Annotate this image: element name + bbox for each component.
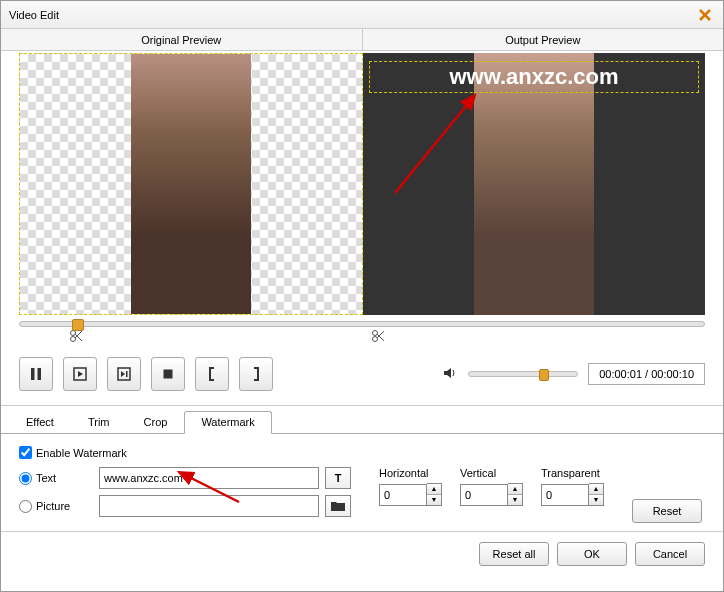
transparent-input[interactable] [541, 484, 589, 506]
bracket-left-icon [203, 365, 221, 383]
volume-thumb[interactable] [539, 369, 549, 381]
playback-controls: 00:00:01 / 00:00:10 [1, 347, 723, 406]
original-preview-header: Original Preview [1, 29, 363, 50]
svg-rect-5 [31, 368, 35, 380]
enable-watermark-label: Enable Watermark [36, 447, 127, 459]
reset-button[interactable]: Reset [632, 499, 702, 523]
watermark-panel: Enable Watermark Text T Picture Ho [1, 434, 723, 532]
transparent-spinner[interactable]: ▲▼ [541, 483, 604, 506]
watermark-overlay[interactable]: www.anxzc.com [369, 61, 699, 93]
horizontal-down[interactable]: ▼ [427, 495, 441, 506]
titlebar: Video Edit [1, 1, 723, 29]
output-preview[interactable]: www.anxzc.com [363, 53, 705, 315]
volume-icon[interactable] [442, 365, 458, 383]
text-format-icon: T [335, 472, 342, 484]
text-radio[interactable] [19, 472, 32, 485]
time-display: 00:00:01 / 00:00:10 [588, 363, 705, 385]
horizontal-up[interactable]: ▲ [427, 484, 441, 495]
vertical-label: Vertical [460, 467, 523, 479]
cut-start-icon[interactable] [69, 329, 83, 345]
stop-icon [159, 365, 177, 383]
close-icon [698, 8, 712, 22]
tab-crop[interactable]: Crop [127, 411, 185, 434]
font-button[interactable]: T [325, 467, 351, 489]
cancel-button[interactable]: Cancel [635, 542, 705, 566]
svg-rect-9 [126, 371, 128, 377]
timeline-thumb-start[interactable] [72, 319, 84, 331]
stop-button[interactable] [151, 357, 185, 391]
video-frame-original [131, 54, 251, 314]
folder-icon [330, 500, 346, 512]
reset-all-button[interactable]: Reset all [479, 542, 549, 566]
transparent-down[interactable]: ▼ [589, 495, 603, 506]
svg-line-0 [395, 95, 475, 193]
timeline-track[interactable] [19, 321, 705, 327]
svg-point-3 [373, 331, 378, 336]
tab-watermark[interactable]: Watermark [184, 411, 271, 434]
timeline [1, 315, 723, 347]
enable-watermark-checkbox[interactable] [19, 446, 32, 459]
svg-point-1 [71, 331, 76, 336]
dialog-footer: Reset all OK Cancel [1, 532, 723, 576]
watermark-source-group: Text T Picture [19, 467, 351, 523]
vertical-down[interactable]: ▼ [508, 495, 522, 506]
picture-radio-label[interactable]: Picture [19, 500, 93, 513]
step-forward-icon [115, 365, 133, 383]
next-frame-button[interactable] [107, 357, 141, 391]
tab-trim[interactable]: Trim [71, 411, 127, 434]
bracket-right-icon [247, 365, 265, 383]
horizontal-spinner[interactable]: ▲▼ [379, 483, 442, 506]
cut-end-icon[interactable] [371, 329, 385, 345]
pause-button[interactable] [19, 357, 53, 391]
vertical-spinner[interactable]: ▲▼ [460, 483, 523, 506]
horizontal-label: Horizontal [379, 467, 442, 479]
pause-icon [27, 365, 45, 383]
watermark-text-input[interactable] [99, 467, 319, 489]
svg-rect-6 [38, 368, 42, 380]
transparent-up[interactable]: ▲ [589, 484, 603, 495]
text-radio-label[interactable]: Text [19, 472, 93, 485]
vertical-up[interactable]: ▲ [508, 484, 522, 495]
output-preview-header: Output Preview [363, 29, 724, 50]
play-icon [71, 365, 89, 383]
svg-point-2 [71, 337, 76, 342]
picture-radio[interactable] [19, 500, 32, 513]
browse-button[interactable] [325, 495, 351, 517]
bracket-start-button[interactable] [195, 357, 229, 391]
tab-effect[interactable]: Effect [9, 411, 71, 434]
play-button[interactable] [63, 357, 97, 391]
preview-area: www.anxzc.com [1, 51, 723, 315]
svg-rect-10 [164, 370, 173, 379]
bracket-end-button[interactable] [239, 357, 273, 391]
original-preview[interactable] [19, 53, 363, 315]
ok-button[interactable]: OK [557, 542, 627, 566]
svg-point-4 [373, 337, 378, 342]
window-title: Video Edit [9, 9, 59, 21]
close-button[interactable] [695, 5, 715, 25]
watermark-picture-input[interactable] [99, 495, 319, 517]
tab-bar: Effect Trim Crop Watermark [1, 410, 723, 434]
horizontal-input[interactable] [379, 484, 427, 506]
vertical-input[interactable] [460, 484, 508, 506]
preview-headers: Original Preview Output Preview [1, 29, 723, 51]
watermark-position-group: Horizontal ▲▼ Vertical ▲▼ Transparent ▲▼ [379, 467, 604, 506]
transparent-label: Transparent [541, 467, 604, 479]
volume-slider[interactable] [468, 371, 578, 377]
